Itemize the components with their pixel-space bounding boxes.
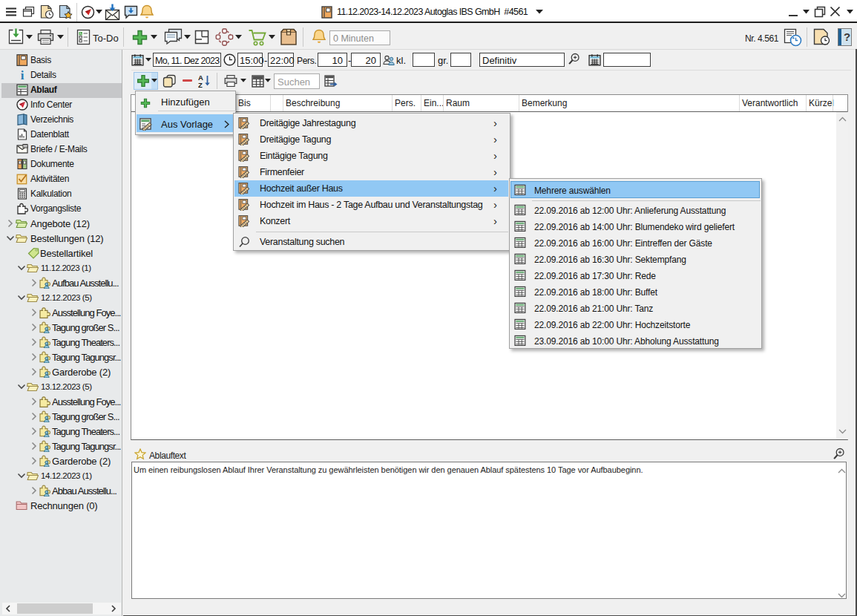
- svg-text:Z: Z: [198, 81, 203, 89]
